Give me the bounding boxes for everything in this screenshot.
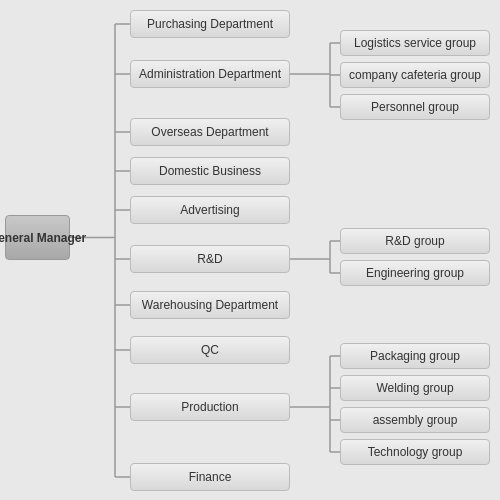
node-finance: Finance xyxy=(130,463,290,491)
node-warehousing: Warehousing Department xyxy=(130,291,290,319)
node-logistics-service-group: Logistics service group xyxy=(340,30,490,56)
node-administration: Administration Department xyxy=(130,60,290,88)
node-r&d-group: R&D group xyxy=(340,228,490,254)
node-production: Production xyxy=(130,393,290,421)
node-technology-group: Technology group xyxy=(340,439,490,465)
node-engineering-group: Engineering group xyxy=(340,260,490,286)
node-packaging-group: Packaging group xyxy=(340,343,490,369)
org-chart: General ManagerPurchasing DepartmentAdmi… xyxy=(0,0,500,500)
node-rd: R&D xyxy=(130,245,290,273)
node-purchasing: Purchasing Department xyxy=(130,10,290,38)
node-assembly-group: assembly group xyxy=(340,407,490,433)
node-welding-group: Welding group xyxy=(340,375,490,401)
node-overseas: Overseas Department xyxy=(130,118,290,146)
node-domestic: Domestic Business xyxy=(130,157,290,185)
node-company-cafeteria-group: company cafeteria group xyxy=(340,62,490,88)
node-root: General Manager xyxy=(5,215,70,260)
node-personnel-group: Personnel group xyxy=(340,94,490,120)
node-qc: QC xyxy=(130,336,290,364)
node-advertising: Advertising xyxy=(130,196,290,224)
